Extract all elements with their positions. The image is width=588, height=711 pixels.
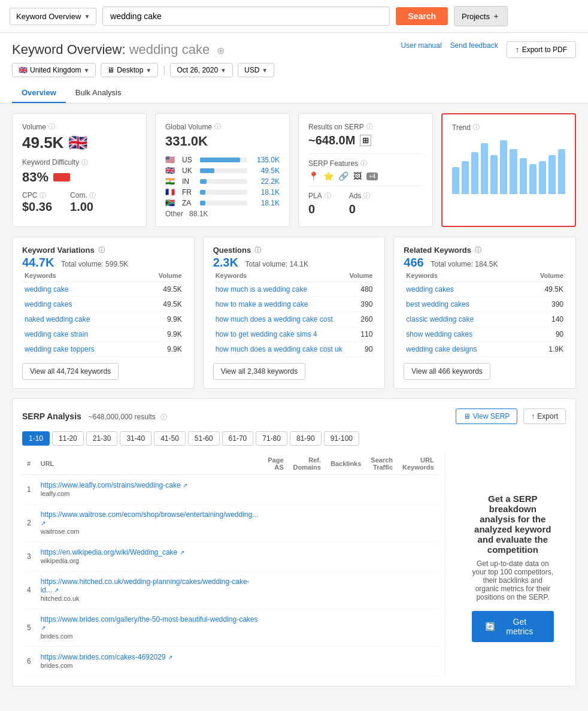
backlinks-cell: [326, 504, 366, 542]
pageas-cell: [263, 609, 288, 647]
keyword-link[interactable]: how much is a wedding cake: [216, 285, 307, 294]
serp-url-link[interactable]: https://www.brides.com/gallery/the-50-mo…: [41, 615, 259, 632]
related-info-icon[interactable]: ⓘ: [475, 246, 481, 255]
trend-info-icon[interactable]: ⓘ: [473, 123, 480, 132]
view-all-variations-button[interactable]: View all 44,724 keywords: [22, 363, 119, 380]
keyword-cell: wedding cakes: [404, 282, 522, 297]
serp-url-link[interactable]: https://www.waitrose.com/ecom/shop/brows…: [41, 510, 259, 527]
list-item: wedding cake 49.5K: [22, 282, 184, 297]
cpc-block: CPC ⓘ $0.36: [22, 191, 52, 214]
keyword-link[interactable]: naked wedding cake: [25, 315, 90, 323]
gv-row: 🇮🇳 IN 22.2K: [165, 177, 280, 186]
page-range-tab[interactable]: 71-80: [256, 431, 287, 446]
serp-url-link[interactable]: https://www.leafly.com/strains/wedding-c…: [41, 481, 259, 489]
currency-filter[interactable]: USD ▼: [238, 63, 274, 77]
get-metrics-button[interactable]: 🔄 Get metrics: [472, 611, 554, 642]
page-range-tab[interactable]: 1-10: [22, 431, 50, 446]
serp-url-link[interactable]: https://www.hitched.co.uk/wedding-planni…: [41, 577, 259, 594]
keyword-overview-dropdown[interactable]: Keyword Overview ▼: [10, 8, 96, 25]
tab-bulk-analysis[interactable]: Bulk Analysis: [66, 83, 131, 103]
keyword-link[interactable]: wedding cakes: [25, 300, 72, 308]
questions-info-icon[interactable]: ⓘ: [254, 246, 261, 255]
pla-info-icon[interactable]: ⓘ: [325, 191, 331, 200]
device-filter[interactable]: 🖥 Desktop ▼: [101, 63, 158, 77]
volume-cell: 9.9K: [140, 312, 184, 327]
tab-overview[interactable]: Overview: [12, 83, 66, 103]
country-filter[interactable]: 🇬🇧 United Kingdom ▼: [12, 63, 96, 77]
questions-count: 2.3K: [213, 256, 238, 269]
search-input[interactable]: [102, 7, 390, 26]
questions-title: Questions ⓘ: [213, 246, 375, 255]
page-range-tab[interactable]: 81-90: [290, 431, 322, 446]
uk-flag-icon: 🇬🇧: [68, 134, 87, 152]
volume-info-icon[interactable]: ⓘ: [49, 122, 55, 131]
user-manual-link[interactable]: User manual: [401, 41, 442, 58]
volume-cell: 90: [347, 342, 375, 357]
pageas-cell: [263, 542, 288, 571]
ads-info-icon[interactable]: ⓘ: [363, 191, 370, 200]
serp-info-icon[interactable]: ⓘ: [366, 122, 373, 131]
page-range-tab[interactable]: 51-60: [188, 431, 220, 446]
keyword-link[interactable]: how to make a wedding cake: [216, 300, 308, 308]
refdomains-cell: [289, 647, 326, 676]
serp-analysis-actions: 🖥 View SERP ↑ Export: [456, 409, 566, 424]
related-count: 466: [404, 256, 423, 269]
keyword-link[interactable]: wedding cake strain: [25, 330, 88, 338]
keyword-link[interactable]: wedding cake designs: [406, 345, 477, 353]
page-range-tab[interactable]: 91-100: [324, 431, 359, 446]
list-item: wedding cake toppers 9.9K: [22, 342, 184, 357]
related-keywords-table: Keywords Volume wedding cakes 49.5K best…: [404, 270, 566, 357]
keyword-link[interactable]: how much does a wedding cake cost: [216, 315, 333, 323]
list-item: how to get wedding cake sims 4 110: [213, 327, 375, 342]
kd-label: Keyword Difficulty ⓘ: [22, 158, 137, 167]
send-feedback-link[interactable]: Send feedback: [450, 41, 498, 58]
list-item: how to make a wedding cake 390: [213, 297, 375, 312]
export-pdf-button[interactable]: ↑ Export to PDF: [507, 41, 576, 58]
date-chevron-icon: ▼: [220, 67, 226, 74]
projects-button[interactable]: Projects ＋: [454, 6, 508, 26]
keyword-link[interactable]: wedding cakes: [406, 285, 453, 294]
serp-analysis-info-icon[interactable]: ⓘ: [160, 413, 167, 420]
kd-info-icon[interactable]: ⓘ: [81, 159, 88, 166]
volume-cell: 110: [347, 327, 375, 342]
serp-promo-area: Get a SERP breakdown analysis for the an…: [445, 453, 566, 676]
kw-variations-info-icon[interactable]: ⓘ: [98, 246, 105, 255]
keyword-link[interactable]: wedding cake: [25, 285, 68, 294]
keyword-link[interactable]: show wedding cakes: [406, 330, 472, 338]
serp-domain: waitrose.com: [41, 528, 80, 535]
row-num: 6: [22, 647, 36, 676]
serp-url-link[interactable]: https://en.wikipedia.org/wiki/Wedding_ca…: [41, 548, 259, 556]
gv-info-icon[interactable]: ⓘ: [214, 122, 221, 131]
pageas-cell: [263, 475, 288, 504]
cpc-info-icon[interactable]: ⓘ: [40, 192, 46, 199]
view-all-related-button[interactable]: View all 466 keywords: [404, 363, 490, 380]
ads-block: Ads ⓘ 0: [349, 191, 371, 216]
export-button[interactable]: ↑ Export: [523, 409, 566, 424]
trend-bar: [529, 164, 537, 194]
serp-features-info-icon[interactable]: ⓘ: [360, 159, 367, 168]
keyword-link[interactable]: wedding cake toppers: [25, 345, 95, 353]
url-cell: https://www.brides.com/gallery/the-50-mo…: [36, 609, 263, 647]
page-range-tab[interactable]: 31-40: [120, 431, 151, 446]
keyword-link[interactable]: best wedding cakes: [406, 300, 469, 308]
view-all-questions-button[interactable]: View all 2,348 keywords: [213, 363, 306, 380]
keyword-link[interactable]: how to get wedding cake sims 4: [216, 330, 317, 338]
serp-url-link[interactable]: https://www.brides.com/cakes-4692029 ↗: [41, 653, 259, 661]
keyword-link[interactable]: how much does a wedding cake cost uk: [216, 345, 343, 353]
page-range-tab[interactable]: 41-50: [154, 431, 186, 446]
date-filter[interactable]: Oct 26, 2020 ▼: [170, 63, 233, 77]
page-range-tab[interactable]: 21-30: [86, 431, 118, 446]
com-info-icon[interactable]: ⓘ: [89, 192, 96, 199]
add-keyword-icon[interactable]: ⊕: [217, 46, 225, 56]
volume-cell: 390: [522, 297, 566, 312]
urlkeywords-cell: [398, 571, 439, 609]
page-range-tab[interactable]: 11-20: [52, 431, 84, 446]
keyword-link[interactable]: classic wedding cake: [406, 315, 474, 323]
difficulty-bar-icon: [53, 173, 70, 181]
external-link-icon: ↗: [183, 482, 187, 489]
view-serp-button[interactable]: 🖥 View SERP: [456, 409, 518, 424]
page-range-tab[interactable]: 61-70: [222, 431, 254, 446]
volume-cell: 49.5K: [140, 282, 184, 297]
search-button[interactable]: Search: [396, 7, 448, 25]
backlinks-cell: [326, 542, 366, 571]
